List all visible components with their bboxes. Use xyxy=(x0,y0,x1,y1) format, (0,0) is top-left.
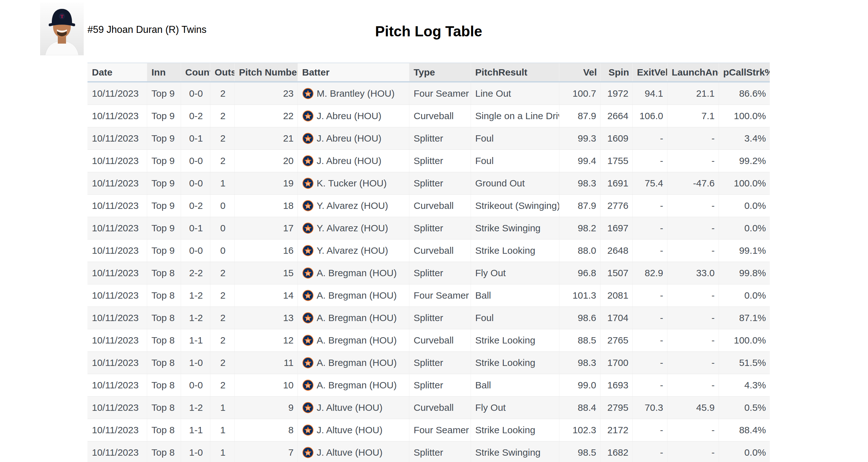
cell-inn: Top 9 xyxy=(147,105,181,127)
svg-text:H: H xyxy=(306,339,310,343)
cell-type: Four Seamer xyxy=(409,419,471,441)
pitch-log-table: DateInnCountOutsPitch NumberBatterTypePi… xyxy=(88,63,770,462)
cell-vel: 98.6 xyxy=(559,307,600,329)
cell-type: Four Seamer xyxy=(409,82,471,105)
cell-date: 10/11/2023 xyxy=(88,172,147,195)
cell-p_call_strk_pct: 0.0% xyxy=(719,217,770,239)
cell-type: Curveball xyxy=(409,105,471,127)
cell-pitch_number: 8 xyxy=(235,419,298,441)
cell-count: 1-2 xyxy=(181,397,210,419)
cell-inn: Top 9 xyxy=(147,82,181,105)
cell-inn: Top 9 xyxy=(147,195,181,217)
cell-outs: 2 xyxy=(210,82,235,105)
cell-outs: 2 xyxy=(210,284,235,307)
column-header-launch_ang[interactable]: LaunchAng xyxy=(667,63,719,82)
column-header-outs[interactable]: Outs xyxy=(210,63,235,82)
cell-pitch_result: Ball xyxy=(471,374,559,397)
batter-name: J. Altuve (HOU) xyxy=(317,425,382,435)
cell-p_call_strk_pct: 0.0% xyxy=(719,284,770,307)
column-header-vel[interactable]: Vel xyxy=(559,63,600,82)
cell-count: 0-0 xyxy=(181,239,210,262)
cell-date: 10/11/2023 xyxy=(88,419,147,441)
cell-date: 10/11/2023 xyxy=(88,329,147,352)
cell-p_call_strk_pct: 4.3% xyxy=(719,374,770,397)
cell-type: Splitter xyxy=(409,172,471,195)
batter-name: A. Bregman (HOU) xyxy=(317,357,397,368)
cell-inn: Top 8 xyxy=(147,374,181,397)
cell-date: 10/11/2023 xyxy=(88,262,147,284)
cell-vel: 99.3 xyxy=(559,127,600,150)
cell-p_call_strk_pct: 0.5% xyxy=(719,397,770,419)
cell-pitch_number: 21 xyxy=(235,127,298,150)
cell-pitch_result: Strike Looking xyxy=(471,419,559,441)
cell-inn: Top 8 xyxy=(147,419,181,441)
pitch-row: 10/11/2023Top 82-2215HA. Bregman (HOU)Sp… xyxy=(88,262,770,284)
svg-text:H: H xyxy=(306,294,310,298)
column-header-batter[interactable]: Batter xyxy=(298,63,409,82)
cell-outs: 2 xyxy=(210,329,235,352)
cell-inn: Top 9 xyxy=(147,150,181,172)
astros-team-logo-icon: H xyxy=(302,110,314,122)
astros-team-logo-icon: H xyxy=(302,267,314,279)
cell-count: 1-1 xyxy=(181,419,210,441)
cell-outs: 1 xyxy=(210,441,235,462)
cell-launch_ang: 21.1 xyxy=(667,82,719,105)
cell-spin: 1704 xyxy=(600,307,632,329)
player-headshot-illustration: T xyxy=(40,2,84,55)
cell-outs: 1 xyxy=(210,419,235,441)
astros-team-logo-icon: H xyxy=(302,133,314,144)
cell-spin: 1700 xyxy=(600,352,632,374)
column-header-inn[interactable]: Inn xyxy=(147,63,181,82)
cell-exit_vel: - xyxy=(632,127,667,150)
pitch-row: 10/11/2023Top 90-0119HK. Tucker (HOU)Spl… xyxy=(88,172,770,195)
cell-batter: HA. Bregman (HOU) xyxy=(298,284,409,307)
svg-text:H: H xyxy=(306,271,310,276)
cell-batter: HM. Brantley (HOU) xyxy=(298,82,409,105)
astros-team-logo-icon: H xyxy=(302,245,314,256)
column-header-type[interactable]: Type xyxy=(409,63,471,82)
cell-type: Four Seamer xyxy=(409,284,471,307)
cell-count: 0-0 xyxy=(181,374,210,397)
cell-launch_ang: - xyxy=(667,352,719,374)
column-header-exit_vel[interactable]: ExitVel xyxy=(632,63,667,82)
cell-spin: 2081 xyxy=(600,284,632,307)
svg-text:H: H xyxy=(306,406,310,410)
astros-team-logo-icon: H xyxy=(302,424,314,436)
cell-exit_vel: 70.3 xyxy=(632,397,667,419)
cell-vel: 88.0 xyxy=(559,239,600,262)
cell-pitch_number: 13 xyxy=(235,307,298,329)
cell-vel: 98.3 xyxy=(559,172,600,195)
batter-name: Y. Alvarez (HOU) xyxy=(317,245,388,256)
cell-launch_ang: - xyxy=(667,239,719,262)
table-header-row: DateInnCountOutsPitch NumberBatterTypePi… xyxy=(88,63,770,82)
pitch-row: 10/11/2023Top 81-2214HA. Bregman (HOU)Fo… xyxy=(88,284,770,307)
cell-launch_ang: - xyxy=(667,127,719,150)
column-header-p_call_strk_pct[interactable]: pCallStrk% xyxy=(719,63,770,82)
cell-launch_ang: 33.0 xyxy=(667,262,719,284)
player-headshot-photo: T xyxy=(40,2,84,55)
cell-batter: HA. Bregman (HOU) xyxy=(298,329,409,352)
cell-exit_vel: - xyxy=(632,419,667,441)
cell-launch_ang: - xyxy=(667,419,719,441)
cell-date: 10/11/2023 xyxy=(88,150,147,172)
column-header-pitch_number[interactable]: Pitch Number xyxy=(235,63,298,82)
cell-p_call_strk_pct: 100.0% xyxy=(719,329,770,352)
cell-pitch_result: Foul xyxy=(471,150,559,172)
cell-p_call_strk_pct: 100.0% xyxy=(719,105,770,127)
cell-type: Splitter xyxy=(409,262,471,284)
cell-pitch_number: 23 xyxy=(235,82,298,105)
cell-outs: 2 xyxy=(210,352,235,374)
column-header-spin[interactable]: Spin xyxy=(600,63,632,82)
batter-name: Y. Alvarez (HOU) xyxy=(317,223,388,233)
cell-type: Splitter xyxy=(409,352,471,374)
cell-launch_ang: 7.1 xyxy=(667,105,719,127)
column-header-count[interactable]: Count xyxy=(181,63,210,82)
cell-date: 10/11/2023 xyxy=(88,127,147,150)
cell-pitch_result: Single on a Line Drive xyxy=(471,105,559,127)
svg-text:H: H xyxy=(306,249,310,254)
column-header-date[interactable]: Date xyxy=(88,63,147,82)
cell-date: 10/11/2023 xyxy=(88,105,147,127)
column-header-pitch_result[interactable]: PitchResult xyxy=(471,63,559,82)
cell-outs: 0 xyxy=(210,195,235,217)
cell-pitch_number: 10 xyxy=(235,374,298,397)
